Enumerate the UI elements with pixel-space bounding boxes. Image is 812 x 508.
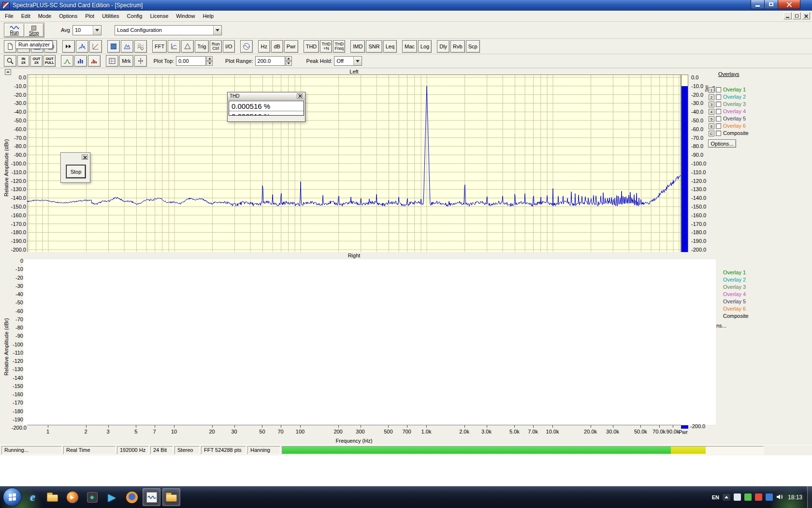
overlay-on-checkbox-5[interactable] [716,116,721,121]
chevron-down-icon[interactable] [353,57,362,65]
plot-top-input[interactable] [176,56,206,66]
overlay-on-checkbox-c[interactable] [716,131,721,136]
button-scp[interactable]: Scp [466,40,480,53]
octave-icon[interactable] [74,55,87,67]
phase-icon[interactable] [89,40,102,53]
stop-window-close-button[interactable] [82,154,88,160]
chevron-down-icon[interactable] [93,26,101,35]
narrowband-icon[interactable] [61,55,73,67]
spin-down-icon[interactable] [206,61,213,66]
load-configuration-select[interactable]: Load Configuration [115,25,222,35]
button-db[interactable]: dB [271,40,283,53]
menu-item-config[interactable]: Config [123,11,146,21]
menu-item-utilities[interactable]: Utilities [98,11,123,21]
button-snr[interactable]: SNR [366,40,382,53]
time-series-icon[interactable] [62,40,75,53]
button-log[interactable]: Log [418,40,432,53]
plot-range-input[interactable] [255,56,285,66]
button-in-2x[interactable]: IN2X [17,55,29,67]
zoom-icon[interactable] [4,55,16,67]
tray-expand-icon[interactable] [723,494,730,501]
mdi-close-button[interactable] [802,12,810,19]
start-button[interactable] [3,488,22,507]
media-player-icon[interactable]: ▶ [63,488,81,506]
values-table-icon[interactable] [106,55,118,67]
stop-window[interactable]: Stop [60,152,90,183]
button-mac[interactable]: Mac [402,40,417,53]
menu-item-license[interactable]: License [146,11,172,21]
stop-button[interactable]: Stop [25,24,44,37]
surface-icon[interactable] [121,40,133,53]
thd-close-button[interactable] [297,93,303,99]
maximize-button[interactable] [765,0,778,9]
menu-item-file[interactable]: File [1,11,17,21]
thd-window[interactable]: THD 0.000516 % 0.000516 % [227,92,305,122]
overlay-on-checkbox-1[interactable] [716,87,721,92]
close-button[interactable] [778,0,800,9]
new-config-icon[interactable] [4,40,16,53]
folder-window-icon[interactable] [162,488,180,506]
spectraplus-icon[interactable] [143,488,160,506]
run-button[interactable]: Run [5,24,24,37]
overlay-set-button-1[interactable]: 1 [709,87,714,93]
spin-up-icon[interactable] [206,56,213,61]
explorer-folder-icon[interactable] [44,488,61,506]
spin-up-icon[interactable] [286,56,292,61]
button-run-ctrl[interactable]: RunCtrl [210,40,222,53]
peak-hold-select[interactable]: Off [334,56,362,66]
menu-item-help[interactable]: Help [199,11,218,21]
button-leq[interactable]: Leq [383,40,397,53]
overlay-on-checkbox-4[interactable] [716,109,721,114]
overlay-on-checkbox-3[interactable] [716,102,721,107]
overlay-set-button-6[interactable]: 6 [709,123,714,129]
button-rvb[interactable]: Rvb [450,40,465,53]
plot-canvas-left[interactable] [27,75,681,253]
button-thd-freq[interactable]: THDFreq [333,40,345,53]
minimize-button[interactable] [751,0,765,9]
overlay-set-button-5[interactable]: 5 [709,116,714,122]
spectrum-icon[interactable] [76,40,88,53]
antivirus-tray-icon[interactable] [744,493,752,501]
options-icon[interactable] [181,40,194,53]
bars-icon[interactable] [88,55,101,67]
menu-item-options[interactable]: Options [55,11,81,21]
button-hz[interactable]: Hz [258,40,270,53]
avg-select[interactable]: 10 [72,25,102,35]
button-trig[interactable]: Trig [195,40,209,53]
menu-item-plot[interactable]: Plot [81,11,98,21]
signal-generator-icon[interactable] [240,40,253,53]
mdi-minimize-button[interactable] [783,12,792,19]
button-dly[interactable]: Dly [437,40,450,53]
overlay-on-checkbox-6[interactable] [716,123,721,129]
menu-item-edit[interactable]: Edit [17,11,34,21]
waterfall-icon[interactable] [134,40,147,53]
marker-icon[interactable] [134,55,147,67]
media-play-icon[interactable]: ▶ [103,488,121,506]
button-fft[interactable]: FFT [152,40,167,53]
ie-icon[interactable]: e [24,488,42,506]
taskbar-clock[interactable]: 18:13 [788,494,802,501]
spin-down-icon[interactable] [286,61,292,66]
alert-tray-icon[interactable] [755,493,762,501]
button-imd[interactable]: IMD [350,40,365,53]
network-tray-icon[interactable] [766,493,773,501]
button-i-o[interactable]: I/O [223,40,235,53]
overlay-set-button-c[interactable]: C [709,131,714,136]
stop-window-button[interactable]: Stop [66,165,86,178]
button-out-full[interactable]: OUTFULL [44,55,56,67]
firefox-icon[interactable] [123,488,141,506]
button-out-2x[interactable]: OUT2X [30,55,43,67]
mdi-restore-button[interactable] [793,12,801,19]
overlay-set-button-2[interactable]: 2 [709,94,714,100]
language-indicator[interactable]: EN [712,494,719,500]
menu-item-mode[interactable]: Mode [34,11,56,21]
button-thd[interactable]: THD [304,40,319,53]
button-mrk[interactable]: Mrk [119,55,133,67]
button-pwr[interactable]: Pwr [284,40,298,53]
app-dark-icon[interactable]: ◆ [83,488,101,506]
overlay-on-checkbox-2[interactable] [716,94,721,100]
overlay-set-button-4[interactable]: 4 [709,109,714,115]
volume-icon[interactable] [776,493,783,501]
show-desktop-button[interactable] [807,486,812,508]
spectrogram-icon[interactable] [107,40,120,53]
